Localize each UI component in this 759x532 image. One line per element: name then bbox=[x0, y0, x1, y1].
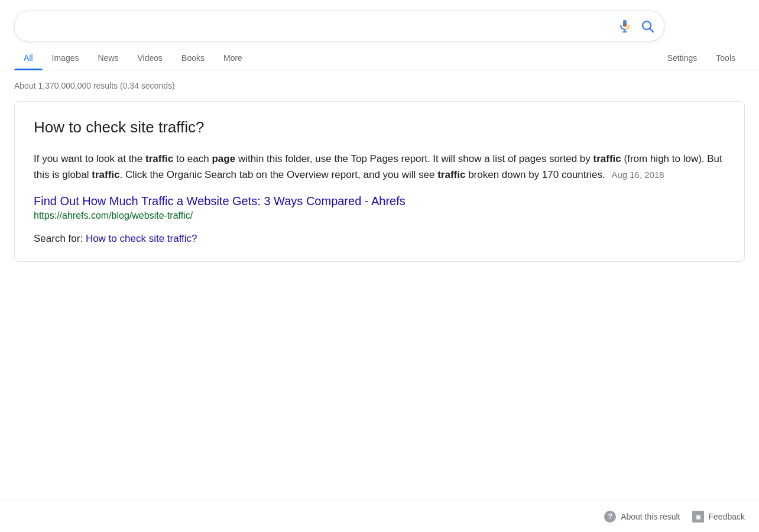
featured-snippet-card: How to check site traffic? If you want t… bbox=[14, 101, 745, 262]
svg-rect-1 bbox=[623, 20, 627, 23]
nav-item-books[interactable]: Books bbox=[172, 46, 214, 70]
nav-item-tools[interactable]: Tools bbox=[706, 46, 745, 70]
search-icons bbox=[618, 19, 654, 33]
search-for-link[interactable]: How to check site traffic? bbox=[86, 233, 197, 244]
about-result-action[interactable]: ? About this result bbox=[604, 511, 680, 523]
nav-item-news[interactable]: News bbox=[88, 46, 128, 70]
nav-item-all[interactable]: All bbox=[14, 46, 43, 70]
nav-item-settings[interactable]: Settings bbox=[658, 46, 707, 70]
result-url[interactable]: https://ahrefs.com/blog/website-traffic/ bbox=[34, 210, 725, 221]
snippet-body: If you want to look at the traffic to ea… bbox=[34, 151, 725, 183]
snippet-date: Aug 16, 2018 bbox=[611, 170, 664, 180]
search-icon[interactable] bbox=[640, 19, 654, 33]
bottom-bar: ? About this result ▣ Feedback bbox=[0, 501, 759, 532]
search-box: check website traffic bbox=[14, 11, 664, 41]
snippet-title: How to check site traffic? bbox=[34, 118, 725, 137]
nav-item-images[interactable]: Images bbox=[43, 46, 89, 70]
feedback-label: Feedback bbox=[709, 512, 745, 521]
results-count: About 1,370,000,000 results (0.34 second… bbox=[0, 70, 759, 96]
svg-rect-3 bbox=[625, 23, 627, 27]
svg-line-7 bbox=[650, 29, 654, 33]
nav-bar: All Images News Videos Books More Settin… bbox=[0, 41, 759, 70]
feedback-action[interactable]: ▣ Feedback bbox=[692, 511, 745, 523]
feedback-icon: ▣ bbox=[692, 511, 704, 523]
nav-item-more[interactable]: More bbox=[214, 46, 252, 70]
top-bar: check website traffic bbox=[0, 0, 759, 41]
search-for: Search for: How to check site traffic? bbox=[34, 233, 725, 245]
nav-item-videos[interactable]: Videos bbox=[128, 46, 173, 70]
svg-rect-2 bbox=[623, 23, 625, 27]
about-result-label: About this result bbox=[621, 512, 680, 521]
search-for-label: Search for: bbox=[34, 233, 83, 244]
result-link-title[interactable]: Find Out How Much Traffic a Website Gets… bbox=[34, 194, 725, 208]
search-input[interactable]: check website traffic bbox=[24, 20, 611, 33]
about-icon: ? bbox=[604, 511, 616, 523]
mic-icon[interactable] bbox=[618, 19, 632, 33]
